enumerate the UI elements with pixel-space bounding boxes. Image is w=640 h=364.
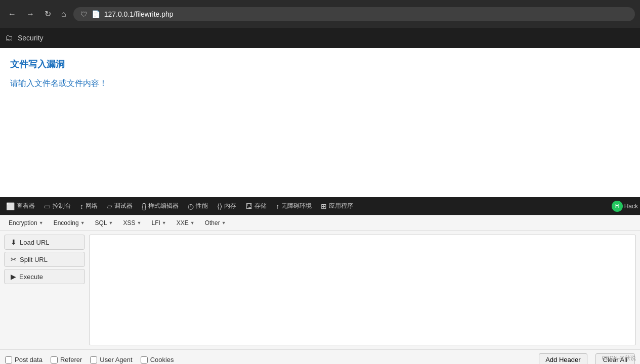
shield-icon: 🛡 bbox=[80, 10, 88, 18]
hackbar-textarea[interactable] bbox=[89, 235, 636, 345]
url-host: 127.0.0.1 bbox=[104, 10, 134, 18]
devtools-performance[interactable]: ◷ 性能 bbox=[184, 200, 212, 212]
app-icon: ⊞ bbox=[321, 202, 327, 210]
execute-button[interactable]: ▶ Execute bbox=[4, 269, 85, 284]
execute-icon: ▶ bbox=[11, 272, 16, 281]
cookies-checkbox[interactable] bbox=[141, 356, 148, 363]
sql-arrow: ▼ bbox=[109, 220, 113, 225]
menu-sql[interactable]: SQL ▼ bbox=[91, 218, 118, 228]
page-content: 文件写入漏洞 请输入文件名或文件内容！ bbox=[0, 48, 640, 197]
devtools-style-editor[interactable]: {} 样式编辑器 bbox=[138, 200, 183, 212]
menu-other[interactable]: Other ▼ bbox=[200, 218, 231, 228]
address-bar[interactable]: 🛡 📄 127.0.0.1/filewrite.php bbox=[73, 7, 635, 21]
devtools-console[interactable]: ▭ 控制台 bbox=[40, 200, 75, 212]
memory-label: 内存 bbox=[224, 202, 236, 210]
post-data-label: Post data bbox=[15, 356, 42, 363]
memory-icon: ⟨⟩ bbox=[217, 202, 222, 210]
sql-label: SQL bbox=[95, 219, 107, 226]
load-url-label: Load URL bbox=[20, 239, 50, 246]
devtools-app[interactable]: ⊞ 应用程序 bbox=[317, 200, 357, 212]
url-display: 127.0.0.1/filewrite.php bbox=[104, 10, 174, 18]
lfi-arrow: ▼ bbox=[162, 220, 166, 225]
home-button[interactable]: ⌂ bbox=[58, 8, 69, 21]
forward-button[interactable]: → bbox=[23, 8, 37, 21]
performance-label: 性能 bbox=[196, 202, 208, 210]
encoding-arrow: ▼ bbox=[80, 220, 85, 225]
storage-icon: 🖫 bbox=[245, 202, 252, 210]
devtools-memory[interactable]: ⟨⟩ 内存 bbox=[213, 200, 240, 212]
split-url-button[interactable]: ✂ Split URL bbox=[4, 252, 85, 267]
hackbar-panel: Encryption ▼ Encoding ▼ SQL ▼ XSS ▼ LFI … bbox=[0, 215, 640, 364]
hackbar-footer: Post data Referer User Agent Cookies Add… bbox=[0, 349, 640, 364]
load-url-button[interactable]: ⬇ Load URL bbox=[4, 235, 85, 250]
accessibility-label: 无障碍环境 bbox=[281, 202, 312, 210]
hackbar-body: ⬇ Load URL ✂ Split URL ▶ Execute bbox=[0, 231, 640, 349]
xxe-label: XXE bbox=[177, 219, 189, 226]
performance-icon: ◷ bbox=[188, 202, 194, 210]
post-data-checkbox[interactable] bbox=[5, 356, 12, 363]
encryption-label: Encryption bbox=[9, 219, 37, 226]
devtools-storage[interactable]: 🖫 存储 bbox=[241, 200, 271, 212]
console-label: 控制台 bbox=[53, 202, 71, 210]
network-icon: ↕ bbox=[80, 202, 83, 210]
other-label: Other bbox=[205, 219, 220, 226]
user-agent-label: User Agent bbox=[100, 356, 132, 363]
security-bar: 🗂 Security bbox=[0, 28, 640, 48]
security-label: Security bbox=[18, 34, 44, 42]
menu-encoding[interactable]: Encoding ▼ bbox=[49, 218, 90, 228]
cookies-checkbox-label[interactable]: Cookies bbox=[141, 356, 174, 363]
hackbar-actions: ⬇ Load URL ✂ Split URL ▶ Execute bbox=[4, 235, 85, 345]
accessibility-icon: ↑ bbox=[276, 202, 279, 210]
inspector-label: 查看器 bbox=[17, 202, 35, 210]
xss-label: XSS bbox=[123, 219, 136, 226]
refresh-button[interactable]: ↻ bbox=[41, 7, 54, 21]
menu-xss[interactable]: XSS ▼ bbox=[119, 218, 146, 228]
style-editor-label: 样式编辑器 bbox=[148, 202, 179, 210]
network-label: 网络 bbox=[86, 202, 98, 210]
split-url-label: Split URL bbox=[20, 256, 48, 263]
post-data-checkbox-label[interactable]: Post data bbox=[5, 356, 42, 363]
devtools-accessibility[interactable]: ↑ 无障碍环境 bbox=[272, 200, 316, 212]
user-agent-checkbox-label[interactable]: User Agent bbox=[90, 356, 132, 363]
hack-logo: H bbox=[612, 201, 623, 212]
debugger-label: 调试器 bbox=[114, 202, 133, 210]
url-path: /filewrite.php bbox=[134, 10, 174, 18]
encoding-label: Encoding bbox=[54, 219, 79, 226]
console-icon: ▭ bbox=[44, 202, 51, 210]
encryption-arrow: ▼ bbox=[39, 220, 44, 225]
debugger-icon: ▱ bbox=[107, 202, 112, 210]
devtools-debugger[interactable]: ▱ 调试器 bbox=[103, 200, 137, 212]
execute-label: Execute bbox=[19, 273, 43, 281]
referer-checkbox[interactable] bbox=[51, 356, 58, 363]
page-title: 文件写入漏洞 bbox=[10, 58, 630, 70]
add-header-button[interactable]: Add Header bbox=[539, 353, 587, 364]
hackbar-menu: Encryption ▼ Encoding ▼ SQL ▼ XSS ▼ LFI … bbox=[0, 215, 640, 231]
style-editor-icon: {} bbox=[142, 202, 146, 210]
devtools-inspector[interactable]: ⬜ 查看器 bbox=[2, 200, 39, 212]
cookies-label: Cookies bbox=[150, 356, 174, 363]
referer-label: Referer bbox=[60, 356, 82, 363]
app-label: 应用程序 bbox=[329, 202, 353, 210]
menu-xxe[interactable]: XXE ▼ bbox=[172, 218, 199, 228]
xss-arrow: ▼ bbox=[137, 220, 142, 225]
watermark: CSDN @秋说 bbox=[602, 354, 636, 362]
xxe-arrow: ▼ bbox=[190, 220, 195, 225]
menu-lfi[interactable]: LFI ▼ bbox=[147, 218, 170, 228]
page-subtitle: 请输入文件名或文件内容！ bbox=[10, 78, 630, 89]
lfi-label: LFI bbox=[151, 219, 160, 226]
devtools-toolbar: ⬜ 查看器 ▭ 控制台 ↕ 网络 ▱ 调试器 {} 样式编辑器 ◷ 性能 ⟨⟩ … bbox=[0, 197, 640, 215]
user-agent-checkbox[interactable] bbox=[90, 356, 97, 363]
browser-chrome: ← → ↻ ⌂ 🛡 📄 127.0.0.1/filewrite.php bbox=[0, 0, 640, 28]
referer-checkbox-label[interactable]: Referer bbox=[51, 356, 82, 363]
devtools-network[interactable]: ↕ 网络 bbox=[76, 200, 102, 212]
split-url-icon: ✂ bbox=[11, 255, 17, 263]
storage-label: 存储 bbox=[254, 202, 267, 210]
back-button[interactable]: ← bbox=[5, 8, 19, 21]
inspector-icon: ⬜ bbox=[6, 202, 15, 210]
file-icon: 📄 bbox=[92, 10, 100, 18]
load-url-icon: ⬇ bbox=[11, 238, 17, 246]
hack-label: Hack bbox=[624, 203, 638, 210]
folder-icon: 🗂 bbox=[5, 33, 13, 42]
menu-encryption[interactable]: Encryption ▼ bbox=[4, 218, 48, 228]
other-arrow: ▼ bbox=[222, 220, 226, 225]
